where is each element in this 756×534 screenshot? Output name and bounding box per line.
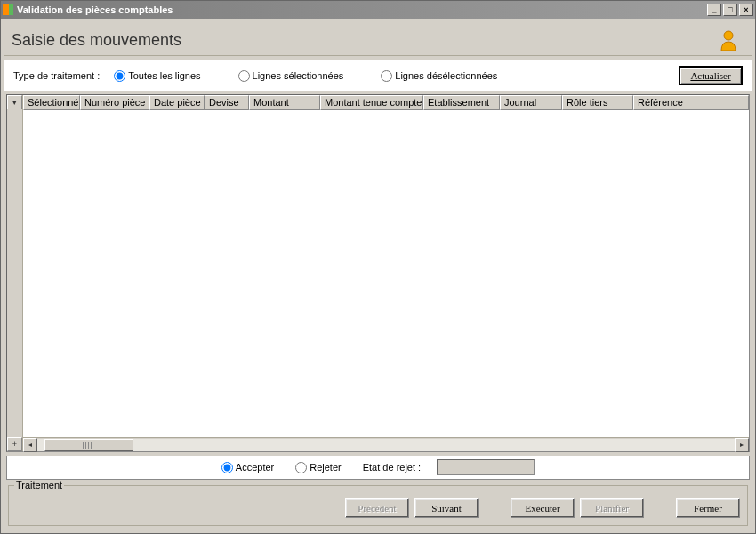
window-title: Validation des pièces comptables xyxy=(17,4,707,15)
col-etablissement[interactable]: Etablissement xyxy=(423,95,500,110)
radio-reject[interactable]: Rejeter xyxy=(295,462,341,473)
page-header: Saisie des mouvements xyxy=(4,22,752,56)
radio-reject-label: Rejeter xyxy=(310,462,341,473)
scroll-track[interactable] xyxy=(37,439,735,451)
radio-accept-label: Accepter xyxy=(236,462,274,473)
radio-all-lines-label: Toutes les lignes xyxy=(128,70,200,81)
grid-body[interactable] xyxy=(23,110,749,437)
scroll-left-icon[interactable]: ◂ xyxy=(23,438,37,452)
column-headers: Sélectionné Numéro pièce Date pièce Devi… xyxy=(23,95,749,110)
gutter-expand-icon[interactable]: ▾ xyxy=(7,95,22,109)
etat-rejet-input[interactable] xyxy=(437,459,535,475)
minimize-button[interactable]: _ xyxy=(707,4,721,16)
scroll-thumb[interactable] xyxy=(44,439,133,451)
app-icon xyxy=(3,4,13,15)
col-numero-piece[interactable]: Numéro pièce xyxy=(80,95,149,110)
page-title: Saisie des mouvements xyxy=(12,31,181,50)
radio-deselected-lines-input[interactable] xyxy=(381,70,392,82)
col-role-tiers[interactable]: Rôle tiers xyxy=(562,95,633,110)
radio-selected-lines-input[interactable] xyxy=(238,70,250,82)
radio-accept-input[interactable] xyxy=(221,462,233,473)
col-journal[interactable]: Journal xyxy=(500,95,562,110)
col-reference[interactable]: Référence xyxy=(633,95,749,110)
schedule-button[interactable]: Planifier xyxy=(580,498,644,518)
svg-point-0 xyxy=(724,31,733,40)
next-button[interactable]: Suivant xyxy=(414,498,479,518)
col-selectionne[interactable]: Sélectionné xyxy=(23,95,80,110)
grid-gutter: ▾ + xyxy=(7,95,23,451)
content-area: Saisie des mouvements Type de traitement… xyxy=(1,19,755,533)
filter-label: Type de traitement : xyxy=(13,70,100,81)
radio-deselected-lines[interactable]: Lignes désélectionnées xyxy=(381,70,497,82)
traitement-group: Traitement Précédent Suivant Exécuter Pl… xyxy=(8,485,748,526)
radio-all-lines[interactable]: Toutes les lignes xyxy=(114,70,200,82)
etat-rejet-label: Etat de rejet : xyxy=(363,462,421,473)
previous-button[interactable]: Précédent xyxy=(345,498,409,518)
action-bar: Accepter Rejeter Etat de rejet : xyxy=(6,456,750,480)
radio-selected-lines[interactable]: Lignes sélectionnées xyxy=(238,70,344,82)
col-devise[interactable]: Devise xyxy=(205,95,249,110)
window-frame: Validation des pièces comptables _ □ × S… xyxy=(0,0,756,534)
data-grid: ▾ + Sélectionné Numéro pièce Date pièce … xyxy=(6,94,750,452)
execute-button[interactable]: Exécuter xyxy=(511,498,575,518)
maximize-button[interactable]: □ xyxy=(723,4,737,16)
radio-selected-lines-label: Lignes sélectionnées xyxy=(253,70,344,81)
radio-all-lines-input[interactable] xyxy=(114,70,125,82)
horizontal-scrollbar[interactable]: ◂ ▸ xyxy=(23,437,749,451)
radio-accept[interactable]: Accepter xyxy=(221,462,274,473)
col-date-piece[interactable]: Date pièce xyxy=(149,95,205,110)
close-button[interactable]: Fermer xyxy=(676,498,740,518)
col-montant[interactable]: Montant xyxy=(249,95,320,110)
gutter-add-icon[interactable]: + xyxy=(7,437,22,451)
radio-deselected-lines-label: Lignes désélectionnées xyxy=(395,70,497,81)
scroll-right-icon[interactable]: ▸ xyxy=(735,438,749,452)
filter-bar: Type de traitement : Toutes les lignes L… xyxy=(4,60,752,91)
titlebar[interactable]: Validation des pièces comptables _ □ × xyxy=(1,1,755,19)
refresh-button[interactable]: Actualiser xyxy=(679,66,743,85)
col-montant-tenue[interactable]: Montant tenue compte xyxy=(320,95,423,110)
radio-reject-input[interactable] xyxy=(295,462,307,473)
user-icon[interactable] xyxy=(720,29,737,51)
traitement-legend: Traitement xyxy=(14,480,64,490)
close-window-button[interactable]: × xyxy=(739,4,753,16)
